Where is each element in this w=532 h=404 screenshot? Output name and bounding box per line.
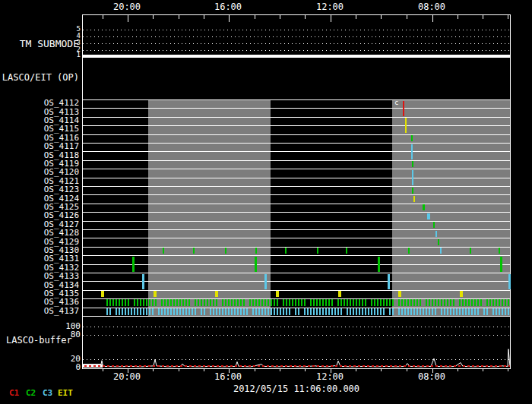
tm-gridline <box>83 36 510 37</box>
row-label: OS_4123 <box>0 185 79 194</box>
top-axis-minor-tick <box>305 15 306 19</box>
row-separator <box>83 238 510 238</box>
comb-tick <box>304 299 306 306</box>
comb-tick <box>310 299 312 306</box>
bottom-axis-minor-tick <box>179 369 179 371</box>
row-separator <box>83 247 510 248</box>
comb-tick <box>268 299 269 306</box>
comb-tick <box>116 299 117 306</box>
legend-c1: C1 <box>9 389 19 397</box>
comb-tick <box>328 299 330 306</box>
comb-tick <box>128 308 129 315</box>
comb-tick <box>404 299 406 306</box>
bottom-axis-minor-tick <box>255 369 255 371</box>
buffer-ytick-label: 0 <box>0 363 81 371</box>
comb-tick <box>188 308 190 315</box>
comb-tick <box>176 308 178 315</box>
comb-tick <box>316 299 318 306</box>
comb-tick <box>435 308 436 315</box>
comb-tick <box>420 299 421 306</box>
comb-tick <box>298 308 299 315</box>
comb-tick <box>429 299 430 306</box>
event-mark <box>460 291 463 297</box>
comb-tick <box>298 299 299 306</box>
comb-tick <box>143 299 144 306</box>
row-label: OS_4133 <box>0 272 79 280</box>
comb-tick <box>426 299 427 306</box>
comb-tick <box>240 308 242 315</box>
comb-tick <box>383 308 385 315</box>
event-mark <box>427 213 430 219</box>
row-separator <box>83 229 510 230</box>
comb-tick <box>502 299 503 306</box>
comb-tick <box>377 299 378 306</box>
comb-tick <box>353 299 354 306</box>
comb-tick <box>283 308 284 315</box>
row-separator <box>83 99 510 100</box>
buffer-ytick-label: 100 <box>0 322 81 330</box>
comb-tick <box>353 308 354 315</box>
comb-tick <box>201 308 202 315</box>
comb-tick <box>140 299 141 306</box>
comb-tick <box>295 308 296 315</box>
legend-c2: C2 <box>26 389 36 397</box>
top-axis-major-tick <box>229 15 230 22</box>
comb-tick <box>228 308 230 315</box>
row-separator <box>83 281 510 282</box>
comb-tick <box>356 308 357 315</box>
comb-tick <box>383 299 385 306</box>
comb-tick <box>392 299 394 306</box>
row-separator <box>83 117 510 118</box>
comb-tick <box>225 308 226 315</box>
comb-tick <box>179 308 181 315</box>
comb-tick <box>204 299 205 306</box>
comb-tick <box>456 308 458 315</box>
row-label: OS_4126 <box>0 211 79 219</box>
comb-tick <box>371 308 372 315</box>
row-label: OS_4137 <box>0 307 79 315</box>
tm-ytick-label: 1 <box>0 52 81 58</box>
comb-tick <box>243 299 245 306</box>
comb-tick <box>441 308 442 315</box>
comb-tick <box>295 299 296 306</box>
comb-tick <box>499 308 500 315</box>
event-mark <box>388 274 390 289</box>
comb-tick <box>152 299 154 306</box>
comb-tick <box>185 299 187 306</box>
comb-tick <box>252 308 254 315</box>
comb-tick <box>137 299 138 306</box>
comb-tick <box>304 308 306 315</box>
row-separator <box>83 290 510 291</box>
comb-tick <box>225 299 226 306</box>
event-mark <box>101 291 104 297</box>
comb-tick <box>176 299 178 306</box>
bottom-axis-minor-tick <box>356 369 356 371</box>
comb-tick <box>471 299 473 306</box>
comb-tick <box>146 308 147 315</box>
comb-tick <box>164 308 166 315</box>
gray-band <box>392 99 510 316</box>
comb-tick <box>264 299 266 306</box>
event-mark <box>154 291 157 297</box>
comb-tick <box>146 299 147 306</box>
comb-tick <box>106 308 108 315</box>
comb-tick <box>432 299 433 306</box>
comb-tick <box>322 308 324 315</box>
comb-tick <box>161 299 163 306</box>
comb-tick <box>447 308 448 315</box>
comb-tick <box>474 308 476 315</box>
row-label: OS_4131 <box>0 254 79 263</box>
event-mark <box>412 170 413 185</box>
comb-tick <box>277 308 278 315</box>
comb-tick <box>122 308 123 315</box>
bottom-axis-minor-tick <box>381 369 382 371</box>
comb-tick <box>182 308 184 315</box>
comb-tick <box>416 299 418 306</box>
comb-tick <box>170 299 172 306</box>
tm-gridline <box>83 30 510 30</box>
bottom-axis-minor-tick <box>280 369 280 371</box>
event-mark <box>317 248 318 254</box>
row-separator <box>83 134 510 135</box>
comb-tick <box>131 308 132 315</box>
row-separator <box>83 204 510 204</box>
